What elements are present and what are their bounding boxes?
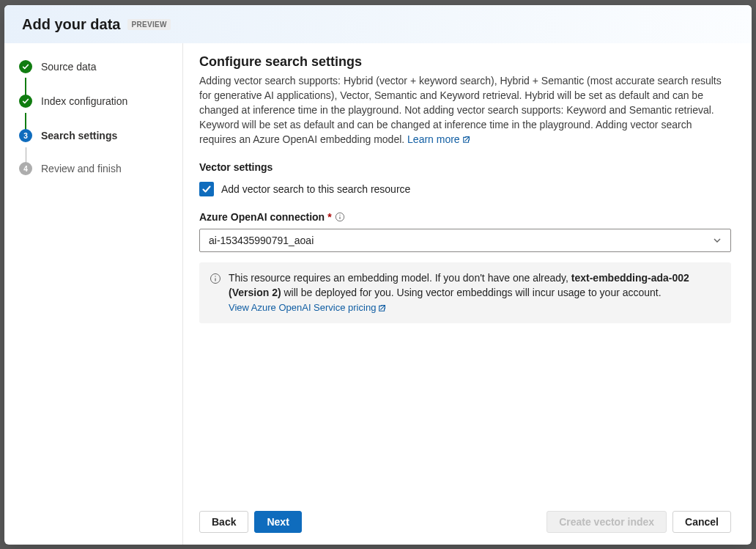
modal-header: Add your data PREVIEW bbox=[4, 5, 752, 43]
content-scroll: Configure search settings Adding vector … bbox=[199, 54, 731, 499]
footer-left: Back Next bbox=[199, 511, 302, 533]
modal-body: Source data Index configuration 3 Search… bbox=[4, 43, 752, 545]
wizard-step-index-configuration[interactable]: Index configuration bbox=[19, 90, 171, 112]
add-vector-search-row: Add vector search to this search resourc… bbox=[199, 182, 731, 196]
svg-point-2 bbox=[339, 215, 340, 215]
wizard-step-review-finish[interactable]: 4 Review and finish bbox=[19, 158, 171, 180]
footer-right: Create vector index Cancel bbox=[546, 511, 731, 533]
modal-title: Add your data bbox=[22, 16, 120, 33]
learn-more-link[interactable]: Learn more bbox=[407, 133, 471, 147]
external-link-icon bbox=[378, 303, 387, 312]
page-title: Configure search settings bbox=[199, 54, 731, 70]
add-vector-search-checkbox[interactable] bbox=[199, 182, 214, 196]
step-label: Review and finish bbox=[41, 163, 122, 174]
learn-more-label: Learn more bbox=[407, 133, 460, 147]
dropdown-value: ai-153435990791_aoai bbox=[209, 235, 314, 246]
info-icon[interactable] bbox=[335, 212, 345, 222]
info-box-content: This resource requires an embedding mode… bbox=[229, 271, 719, 314]
wizard-step-search-settings[interactable]: 3 Search settings bbox=[19, 125, 171, 147]
wizard-nav: Source data Index configuration 3 Search… bbox=[4, 43, 183, 545]
checkmark-icon bbox=[19, 95, 32, 108]
modal-footer: Back Next Create vector index Cancel bbox=[199, 499, 731, 533]
step-label: Index configuration bbox=[41, 95, 127, 107]
pricing-link[interactable]: View Azure OpenAI Service pricing bbox=[229, 301, 387, 314]
connection-field-label: Azure OpenAI connection * bbox=[199, 211, 731, 223]
preview-badge: PREVIEW bbox=[127, 19, 170, 30]
cancel-button[interactable]: Cancel bbox=[672, 511, 731, 533]
section-description: Adding vector search supports: Hybrid (v… bbox=[199, 74, 731, 147]
required-asterisk: * bbox=[327, 211, 331, 223]
svg-point-4 bbox=[215, 276, 215, 277]
wizard-steps: Source data Index configuration 3 Search… bbox=[19, 56, 171, 180]
back-button[interactable]: Back bbox=[199, 511, 248, 533]
next-button[interactable]: Next bbox=[254, 511, 301, 533]
connection-label-text: Azure OpenAI connection bbox=[199, 211, 325, 223]
main-content: Configure search settings Adding vector … bbox=[183, 43, 752, 545]
info-text-post: will be deployed for you. Using vector e… bbox=[281, 287, 662, 298]
chevron-down-icon bbox=[713, 236, 722, 245]
step-label: Search settings bbox=[41, 130, 117, 141]
checkmark-icon bbox=[19, 60, 32, 73]
checkbox-label: Add vector search to this search resourc… bbox=[221, 183, 410, 195]
step-number-icon: 3 bbox=[19, 129, 32, 142]
step-number-icon: 4 bbox=[19, 162, 32, 175]
openai-connection-dropdown[interactable]: ai-153435990791_aoai bbox=[199, 229, 731, 252]
step-label: Source data bbox=[41, 61, 97, 73]
info-text-pre: This resource requires an embedding mode… bbox=[229, 272, 571, 284]
wizard-step-source-data[interactable]: Source data bbox=[19, 56, 171, 78]
pricing-link-label: View Azure OpenAI Service pricing bbox=[229, 301, 376, 314]
checkmark-icon bbox=[201, 184, 212, 194]
external-link-icon bbox=[462, 135, 471, 144]
embedding-info-box: This resource requires an embedding mode… bbox=[199, 262, 731, 323]
info-icon bbox=[210, 273, 221, 284]
add-data-modal: Add your data PREVIEW Source data bbox=[4, 5, 752, 545]
create-vector-index-button: Create vector index bbox=[546, 511, 667, 533]
vector-settings-title: Vector settings bbox=[199, 161, 731, 173]
